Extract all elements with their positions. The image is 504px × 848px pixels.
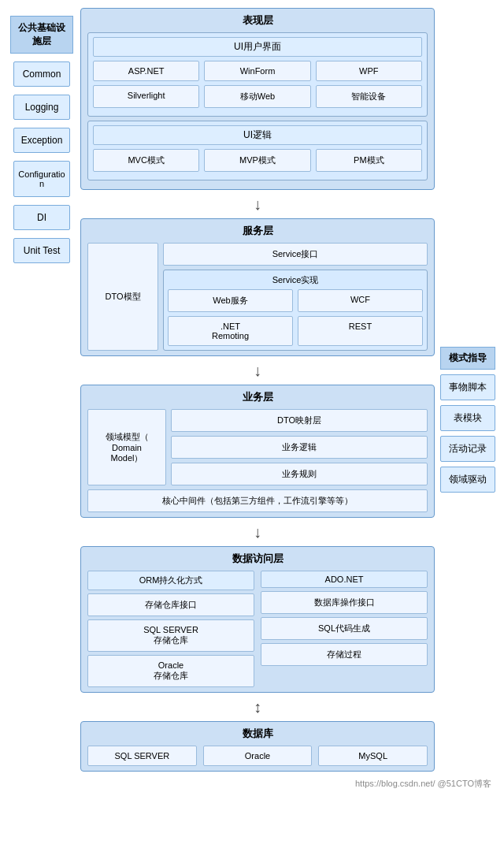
sidebar-box-di: DI xyxy=(13,205,70,230)
arrow-1: ↓ xyxy=(254,196,261,212)
ui-mobileweb: 移动Web xyxy=(204,85,310,108)
mvc-box: MVC模式 xyxy=(93,149,199,172)
sql-server-repo: SQL SERVER存储仓库 xyxy=(87,619,254,652)
service-impl-row2: .NETRemoting REST xyxy=(168,316,423,346)
left-sidebar-title: 公共基础设施层 xyxy=(10,16,73,54)
ui-logic-section: UI逻辑 MVC模式 MVP模式 PM模式 xyxy=(87,121,428,180)
ui-interface-title: UI用户界面 xyxy=(93,37,422,57)
sidebar-box-common: Common xyxy=(13,61,70,87)
arrow-3: ↓ xyxy=(254,524,261,540)
mysql-db: MySQL xyxy=(318,746,428,766)
orm-title: ORM持久化方式 xyxy=(87,571,254,590)
biz-rules: 业务规则 xyxy=(171,463,428,485)
sql-code-gen: SQL代码生成 xyxy=(261,617,428,640)
service-impl-row1: Web服务 WCF xyxy=(168,289,423,312)
biz-inner: 领域模型（DomainModel） DTO映射层 业务逻辑 业务规则 xyxy=(87,409,428,485)
center-diagram: 表现层 UI用户界面 ASP.NET WinForm WPF Silverlig… xyxy=(77,8,438,772)
arrow-2: ↓ xyxy=(254,363,261,378)
service-impl-title: Service实现 xyxy=(168,274,423,286)
pm-box: PM模式 xyxy=(316,149,422,172)
sidebar-box-unittest: Unit Test xyxy=(13,238,70,263)
orm-col: ORM持久化方式 存储仓库接口 SQL SERVER存储仓库 Oracle存储仓… xyxy=(87,571,254,687)
sidebar-box-logging: Logging xyxy=(13,95,70,120)
biz-left: 领域模型（DomainModel） xyxy=(87,409,166,485)
business-layer: 业务层 领域模型（DomainModel） DTO映射层 业务逻辑 业务规则 核… xyxy=(80,385,435,518)
service-left: DTO模型 xyxy=(87,243,158,351)
service-inner: DTO模型 Service接口 Service实现 Web服务 WCF .NET… xyxy=(87,243,428,351)
left-sidebar: 公共基础设施层 Common Logging Exception Configu… xyxy=(6,8,77,772)
stored-proc: 存储过程 xyxy=(261,643,428,666)
biz-right: DTO映射层 业务逻辑 业务规则 xyxy=(171,409,428,485)
ui-logic-title: UI逻辑 xyxy=(93,125,422,145)
da-inner: ORM持久化方式 存储仓库接口 SQL SERVER存储仓库 Oracle存储仓… xyxy=(87,571,428,687)
service-title: 服务层 xyxy=(87,224,428,238)
data-access-title: 数据访问层 xyxy=(87,552,428,566)
ui-aspnet: ASP.NET xyxy=(93,61,199,81)
orm-repo-interface: 存储仓库接口 xyxy=(87,593,254,616)
main-layout: 公共基础设施层 Common Logging Exception Configu… xyxy=(6,8,498,772)
page-wrapper: 公共基础设施层 Common Logging Exception Configu… xyxy=(0,0,504,801)
business-title: 业务层 xyxy=(87,390,428,404)
rest: REST xyxy=(298,316,423,346)
middleware: 核心中间件（包括第三方组件，工作流引擎等等） xyxy=(87,489,428,512)
sidebar-box-exception: Exception xyxy=(13,128,70,153)
net-remoting: .NETRemoting xyxy=(168,316,293,346)
db-inner: SQL SERVER Oracle MySQL xyxy=(87,746,428,766)
dto-mapping: DTO映射层 xyxy=(171,409,428,432)
pattern-table: 表模块 xyxy=(440,405,495,431)
ui-wpf: WPF xyxy=(316,61,422,81)
service-interface: Service接口 xyxy=(163,243,428,266)
pattern-activity: 活动记录 xyxy=(440,436,495,462)
sqlserver-db: SQL SERVER xyxy=(87,746,197,766)
database-title: 数据库 xyxy=(87,727,428,741)
sidebar-box-configuration: Configuration xyxy=(13,161,70,197)
ui-interface-section: UI用户界面 ASP.NET WinForm WPF Silverlight 移… xyxy=(87,32,428,117)
domain-model: 领域模型（DomainModel） xyxy=(87,409,166,485)
web-service: Web服务 xyxy=(168,289,293,312)
right-sidebar: 模式指导 事物脚本 表模块 活动记录 领域驱动 xyxy=(438,8,498,772)
ado-title: ADO.NET xyxy=(261,571,428,588)
data-access-layer: 数据访问层 ORM持久化方式 存储仓库接口 SQL SERVER存储仓库 Ora… xyxy=(80,546,435,693)
mvp-box: MVP模式 xyxy=(204,149,310,172)
arrow-4: ↕ xyxy=(254,699,261,715)
ui-row1: ASP.NET WinForm WPF xyxy=(93,61,422,81)
service-layer: 服务层 DTO模型 Service接口 Service实现 Web服务 WCF xyxy=(80,218,435,356)
presentation-layer: 表现层 UI用户界面 ASP.NET WinForm WPF Silverlig… xyxy=(80,8,435,190)
pattern-script: 事物脚本 xyxy=(440,374,495,400)
ui-logic-row: MVC模式 MVP模式 PM模式 xyxy=(93,149,422,172)
ui-row2: Silverlight 移动Web 智能设备 xyxy=(93,85,422,108)
ui-silverlight: Silverlight xyxy=(93,85,199,108)
ado-col: ADO.NET 数据库操作接口 SQL代码生成 存储过程 xyxy=(261,571,428,687)
ui-winform: WinForm xyxy=(204,61,310,81)
dto-model: DTO模型 xyxy=(87,243,158,351)
oracle-db: Oracle xyxy=(203,746,313,766)
presentation-title: 表现层 xyxy=(87,13,428,28)
service-right: Service接口 Service实现 Web服务 WCF .NETRemoti… xyxy=(163,243,428,351)
pattern-domain: 领域驱动 xyxy=(440,467,495,493)
footer: https://blog.csdn.net/ @51CTO博客 xyxy=(6,775,498,793)
footer-text: https://blog.csdn.net/ @51CTO博客 xyxy=(355,779,491,788)
wcf: WCF xyxy=(298,289,423,312)
ui-smartdevice: 智能设备 xyxy=(316,85,422,108)
service-impl: Service实现 Web服务 WCF .NETRemoting REST xyxy=(163,270,428,351)
db-op-interface: 数据库操作接口 xyxy=(261,591,428,614)
oracle-repo: Oracle存储仓库 xyxy=(87,655,254,687)
right-sidebar-title: 模式指导 xyxy=(440,347,495,370)
database-layer: 数据库 SQL SERVER Oracle MySQL xyxy=(80,721,435,772)
biz-logic: 业务逻辑 xyxy=(171,436,428,459)
